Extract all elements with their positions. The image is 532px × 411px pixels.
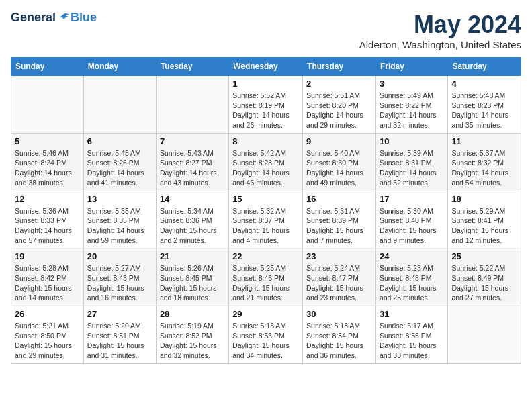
- calendar-week-row: 12Sunrise: 5:36 AM Sunset: 8:33 PM Dayli…: [11, 191, 521, 248]
- day-number: 29: [232, 309, 299, 319]
- calendar-cell: 28Sunrise: 5:19 AM Sunset: 8:52 PM Dayli…: [156, 306, 228, 364]
- logo-blue-text: Blue: [71, 11, 97, 25]
- calendar-cell: [448, 306, 521, 364]
- day-info: Sunrise: 5:28 AM Sunset: 8:42 PM Dayligh…: [15, 263, 80, 303]
- weekday-header: Saturday: [448, 58, 521, 76]
- calendar-cell: 29Sunrise: 5:18 AM Sunset: 8:53 PM Dayli…: [229, 306, 303, 364]
- day-info: Sunrise: 5:43 AM Sunset: 8:27 PM Dayligh…: [160, 148, 225, 188]
- day-number: 14: [160, 194, 225, 204]
- calendar-cell: [156, 76, 228, 134]
- logo-bird-icon: [57, 11, 71, 25]
- day-number: 27: [87, 309, 152, 319]
- day-number: 21: [160, 251, 225, 261]
- day-info: Sunrise: 5:21 AM Sunset: 8:50 PM Dayligh…: [15, 321, 80, 361]
- day-info: Sunrise: 5:29 AM Sunset: 8:41 PM Dayligh…: [451, 206, 517, 246]
- calendar-cell: 6Sunrise: 5:45 AM Sunset: 8:26 PM Daylig…: [83, 133, 156, 191]
- logo: General Blue: [11, 11, 97, 25]
- calendar-cell: 7Sunrise: 5:43 AM Sunset: 8:27 PM Daylig…: [156, 133, 228, 191]
- day-info: Sunrise: 5:49 AM Sunset: 8:22 PM Dayligh…: [380, 91, 444, 130]
- calendar-cell: 19Sunrise: 5:28 AM Sunset: 8:42 PM Dayli…: [11, 248, 84, 306]
- calendar-cell: 31Sunrise: 5:17 AM Sunset: 8:55 PM Dayli…: [375, 306, 447, 364]
- calendar-cell: 16Sunrise: 5:31 AM Sunset: 8:39 PM Dayli…: [303, 191, 376, 248]
- weekday-header: Monday: [83, 58, 156, 76]
- calendar-cell: 13Sunrise: 5:35 AM Sunset: 8:35 PM Dayli…: [83, 191, 156, 248]
- calendar-cell: 15Sunrise: 5:32 AM Sunset: 8:37 PM Dayli…: [229, 191, 303, 248]
- day-number: 15: [232, 194, 299, 204]
- day-number: 20: [87, 251, 152, 261]
- day-info: Sunrise: 5:48 AM Sunset: 8:23 PM Dayligh…: [451, 91, 517, 130]
- day-number: 25: [451, 251, 517, 261]
- weekday-header: Friday: [375, 58, 447, 76]
- day-number: 3: [380, 79, 444, 89]
- day-info: Sunrise: 5:24 AM Sunset: 8:47 PM Dayligh…: [306, 263, 372, 303]
- calendar-cell: 14Sunrise: 5:34 AM Sunset: 8:36 PM Dayli…: [156, 191, 228, 248]
- day-number: 26: [15, 309, 80, 319]
- day-number: 23: [306, 251, 372, 261]
- day-info: Sunrise: 5:23 AM Sunset: 8:48 PM Dayligh…: [380, 263, 444, 303]
- day-number: 12: [15, 194, 80, 204]
- calendar-cell: 21Sunrise: 5:26 AM Sunset: 8:45 PM Dayli…: [156, 248, 228, 306]
- calendar-cell: 22Sunrise: 5:25 AM Sunset: 8:46 PM Dayli…: [229, 248, 303, 306]
- calendar-week-row: 1Sunrise: 5:52 AM Sunset: 8:19 PM Daylig…: [11, 76, 521, 134]
- calendar-cell: 12Sunrise: 5:36 AM Sunset: 8:33 PM Dayli…: [11, 191, 84, 248]
- day-number: 4: [451, 79, 517, 89]
- day-number: 5: [15, 136, 80, 146]
- day-number: 9: [306, 136, 372, 146]
- calendar-week-row: 5Sunrise: 5:46 AM Sunset: 8:24 PM Daylig…: [11, 133, 521, 191]
- day-info: Sunrise: 5:46 AM Sunset: 8:24 PM Dayligh…: [15, 148, 80, 188]
- logo-general-text: General: [11, 11, 56, 25]
- calendar-cell: [11, 76, 84, 134]
- day-info: Sunrise: 5:22 AM Sunset: 8:49 PM Dayligh…: [451, 263, 517, 303]
- calendar-cell: 18Sunrise: 5:29 AM Sunset: 8:41 PM Dayli…: [448, 191, 521, 248]
- calendar-cell: 9Sunrise: 5:40 AM Sunset: 8:30 PM Daylig…: [303, 133, 376, 191]
- calendar-cell: [83, 76, 156, 134]
- day-info: Sunrise: 5:37 AM Sunset: 8:32 PM Dayligh…: [451, 148, 517, 188]
- calendar-cell: 2Sunrise: 5:51 AM Sunset: 8:20 PM Daylig…: [303, 76, 376, 134]
- calendar-cell: 23Sunrise: 5:24 AM Sunset: 8:47 PM Dayli…: [303, 248, 376, 306]
- calendar-header: SundayMondayTuesdayWednesdayThursdayFrid…: [11, 58, 521, 76]
- day-number: 30: [306, 309, 372, 319]
- day-number: 28: [160, 309, 225, 319]
- calendar-cell: 20Sunrise: 5:27 AM Sunset: 8:43 PM Dayli…: [83, 248, 156, 306]
- calendar-week-row: 19Sunrise: 5:28 AM Sunset: 8:42 PM Dayli…: [11, 248, 521, 306]
- day-info: Sunrise: 5:32 AM Sunset: 8:37 PM Dayligh…: [232, 206, 299, 246]
- day-info: Sunrise: 5:52 AM Sunset: 8:19 PM Dayligh…: [232, 91, 299, 130]
- day-number: 10: [380, 136, 444, 146]
- weekday-header: Thursday: [303, 58, 376, 76]
- calendar-table: SundayMondayTuesdayWednesdayThursdayFrid…: [11, 57, 521, 364]
- title-block: May 2024 Alderton, Washington, United St…: [359, 11, 521, 50]
- day-info: Sunrise: 5:18 AM Sunset: 8:53 PM Dayligh…: [232, 321, 299, 361]
- month-title: May 2024: [359, 11, 521, 39]
- day-number: 17: [380, 194, 444, 204]
- calendar-cell: 5Sunrise: 5:46 AM Sunset: 8:24 PM Daylig…: [11, 133, 84, 191]
- day-info: Sunrise: 5:45 AM Sunset: 8:26 PM Dayligh…: [87, 148, 152, 188]
- weekday-header: Tuesday: [156, 58, 228, 76]
- calendar-cell: 25Sunrise: 5:22 AM Sunset: 8:49 PM Dayli…: [448, 248, 521, 306]
- calendar-cell: 3Sunrise: 5:49 AM Sunset: 8:22 PM Daylig…: [375, 76, 447, 134]
- calendar-cell: 11Sunrise: 5:37 AM Sunset: 8:32 PM Dayli…: [448, 133, 521, 191]
- day-number: 16: [306, 194, 372, 204]
- day-info: Sunrise: 5:19 AM Sunset: 8:52 PM Dayligh…: [160, 321, 225, 361]
- calendar-cell: 8Sunrise: 5:42 AM Sunset: 8:28 PM Daylig…: [229, 133, 303, 191]
- calendar-cell: 1Sunrise: 5:52 AM Sunset: 8:19 PM Daylig…: [229, 76, 303, 134]
- day-number: 22: [232, 251, 299, 261]
- calendar-cell: 27Sunrise: 5:20 AM Sunset: 8:51 PM Dayli…: [83, 306, 156, 364]
- calendar-cell: 26Sunrise: 5:21 AM Sunset: 8:50 PM Dayli…: [11, 306, 84, 364]
- day-number: 2: [306, 79, 372, 89]
- calendar-cell: 17Sunrise: 5:30 AM Sunset: 8:40 PM Dayli…: [375, 191, 447, 248]
- day-info: Sunrise: 5:25 AM Sunset: 8:46 PM Dayligh…: [232, 263, 299, 303]
- day-info: Sunrise: 5:20 AM Sunset: 8:51 PM Dayligh…: [87, 321, 152, 361]
- day-info: Sunrise: 5:35 AM Sunset: 8:35 PM Dayligh…: [87, 206, 152, 246]
- day-info: Sunrise: 5:31 AM Sunset: 8:39 PM Dayligh…: [306, 206, 372, 246]
- day-number: 8: [232, 136, 299, 146]
- calendar-cell: 24Sunrise: 5:23 AM Sunset: 8:48 PM Dayli…: [375, 248, 447, 306]
- day-number: 1: [232, 79, 299, 89]
- weekday-header: Wednesday: [229, 58, 303, 76]
- day-info: Sunrise: 5:30 AM Sunset: 8:40 PM Dayligh…: [380, 206, 444, 246]
- day-number: 24: [380, 251, 444, 261]
- day-info: Sunrise: 5:51 AM Sunset: 8:20 PM Dayligh…: [306, 91, 372, 130]
- day-info: Sunrise: 5:36 AM Sunset: 8:33 PM Dayligh…: [15, 206, 80, 246]
- day-info: Sunrise: 5:42 AM Sunset: 8:28 PM Dayligh…: [232, 148, 299, 188]
- day-number: 11: [451, 136, 517, 146]
- page-header: General Blue May 2024 Alderton, Washingt…: [11, 11, 521, 50]
